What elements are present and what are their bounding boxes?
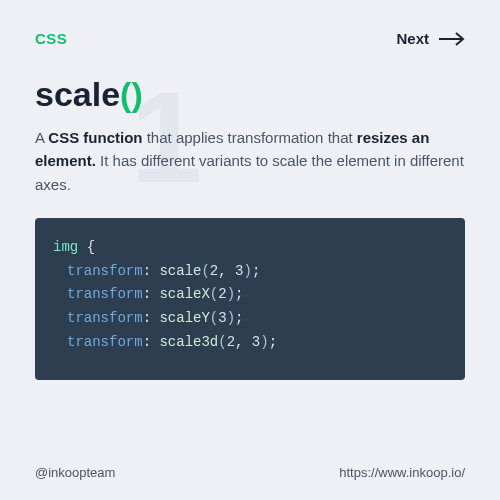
- code-block: img { transform: scale(2, 3); transform:…: [35, 218, 465, 380]
- page-title: scale(): [35, 75, 465, 114]
- handle: @inkoopteam: [35, 465, 115, 480]
- description: A CSS function that applies transformati…: [35, 126, 465, 196]
- url[interactable]: https://www.inkoop.io/: [339, 465, 465, 480]
- next-label: Next: [396, 30, 429, 47]
- arrow-right-icon: [439, 32, 465, 46]
- next-button[interactable]: Next: [396, 30, 465, 47]
- css-badge: CSS: [35, 30, 67, 47]
